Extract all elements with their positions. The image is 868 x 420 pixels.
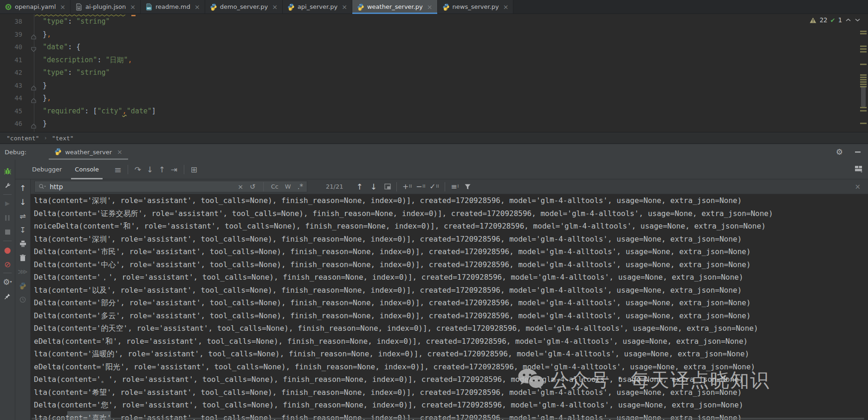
- search-history-icon[interactable]: ↺: [250, 183, 256, 191]
- chevron-down-icon[interactable]: [855, 18, 861, 22]
- warning-stripe-mark: [860, 107, 867, 108]
- restore-layout-icon[interactable]: [855, 165, 862, 174]
- console-line: Delta(content='多云', role='assistant', to…: [34, 309, 868, 322]
- filter-lines-icon[interactable]: ≡I: [451, 182, 459, 191]
- code-line: 45"required": ["city","date"]: [0, 105, 859, 118]
- horizontal-scrollbar[interactable]: [32, 418, 864, 420]
- debug-label: Debug:: [5, 149, 26, 156]
- console-line: Delta(content='。', role='assistant', too…: [34, 373, 868, 386]
- stop-icon[interactable]: [0, 225, 15, 239]
- code-line: 43}: [0, 79, 859, 92]
- console-commands-icon[interactable]: ⋙: [15, 265, 30, 279]
- close-search-icon[interactable]: ×: [855, 183, 861, 191]
- inspections-widget[interactable]: 22 ✔ 1: [810, 16, 861, 24]
- search-icon: [39, 184, 46, 190]
- editor-scrollbar-thumb[interactable]: [861, 86, 866, 107]
- warning-stripe-mark: [860, 123, 867, 124]
- python-file-icon: [357, 3, 364, 11]
- breadcrumb-item[interactable]: "text": [52, 135, 74, 142]
- warning-stripe-mark: [860, 84, 867, 85]
- code-text: }: [43, 79, 47, 92]
- debug-session-tab[interactable]: weather_server ×: [49, 144, 128, 160]
- pin-icon[interactable]: [0, 289, 15, 303]
- editor-tab[interactable]: ai-plugin.json×: [71, 0, 141, 13]
- warning-stripe-mark: [860, 77, 867, 78]
- warnings-count: 22: [820, 16, 828, 24]
- history-clock-icon[interactable]: [15, 293, 30, 307]
- close-icon[interactable]: ×: [117, 148, 123, 156]
- clear-console-icon[interactable]: [15, 251, 30, 265]
- json-file-icon: [75, 3, 83, 11]
- scroll-up-icon[interactable]: ↑: [15, 181, 30, 195]
- console-output[interactable]: lta(content='深圳', role='assistant', tool…: [31, 194, 868, 420]
- evaluate-expression-icon[interactable]: ⊞: [188, 165, 200, 174]
- warning-stripe-mark: [860, 110, 867, 112]
- next-match-icon[interactable]: ↓: [370, 182, 377, 191]
- code-line: 40"date": {: [0, 41, 859, 54]
- editor-tab[interactable]: openapi.yaml×: [0, 0, 71, 13]
- gear-icon[interactable]: ⚙: [836, 147, 843, 157]
- search-input[interactable]: http × ↺ Cc W .*: [34, 181, 307, 192]
- debug-left-toolbar: ▶ ● ⊘ ⚙▾: [0, 160, 15, 420]
- menu-icon[interactable]: ≡: [112, 164, 124, 175]
- line-number: 44: [0, 92, 22, 105]
- run-to-cursor-icon[interactable]: ⇥: [168, 165, 180, 174]
- mute-breakpoints-icon[interactable]: ⊘: [0, 257, 15, 271]
- session-title: weather_server: [65, 149, 112, 156]
- python-console-icon[interactable]: [15, 279, 30, 293]
- code-line: 46}: [0, 118, 859, 131]
- code-line: 42"type": "string": [0, 66, 859, 79]
- close-icon[interactable]: ×: [503, 4, 509, 10]
- tab-console[interactable]: Console: [68, 160, 105, 179]
- step-into-icon[interactable]: ↓: [144, 165, 156, 174]
- pause-icon[interactable]: [0, 210, 15, 225]
- tab-label: readme.md: [155, 3, 190, 10]
- close-icon[interactable]: ×: [194, 4, 200, 10]
- python-icon: [54, 148, 62, 157]
- tab-label: api_server.py: [298, 3, 337, 10]
- code-editor[interactable]: 38"type": "string"39},40"date": {41"desc…: [0, 14, 868, 132]
- debug-bug-icon[interactable]: [0, 164, 15, 178]
- console-line: Delta(content='部分', role='assistant', to…: [34, 296, 868, 309]
- code-text: },: [43, 92, 51, 105]
- words-toggle[interactable]: W: [285, 183, 291, 190]
- close-icon[interactable]: ×: [342, 4, 347, 10]
- console-line: Delta(content='市民', role='assistant', to…: [34, 245, 868, 258]
- soft-wrap-icon[interactable]: ⇌: [15, 209, 30, 223]
- select-all-occurrences-icon[interactable]: ✓II: [429, 182, 439, 191]
- step-out-icon[interactable]: ↑: [156, 165, 168, 174]
- close-icon[interactable]: ×: [60, 4, 65, 10]
- step-over-icon[interactable]: ↷: [132, 165, 144, 174]
- filter-icon[interactable]: [465, 184, 471, 190]
- prev-match-icon[interactable]: ↑: [356, 182, 363, 191]
- breadcrumb-item[interactable]: "content": [6, 135, 39, 142]
- chevron-up-icon[interactable]: [845, 18, 851, 22]
- code-text: "date": {: [43, 41, 80, 54]
- remove-occurrence-icon[interactable]: −II: [416, 182, 426, 191]
- find-in-selection-icon[interactable]: [384, 184, 391, 190]
- regex-toggle[interactable]: .*: [298, 183, 303, 191]
- add-occurrence-icon[interactable]: +II: [402, 182, 412, 191]
- hide-panel-icon[interactable]: [855, 151, 861, 153]
- wrench-icon[interactable]: [0, 178, 15, 193]
- clear-search-icon[interactable]: ×: [238, 183, 243, 190]
- editor-tab[interactable]: demo_server.py×: [205, 0, 283, 13]
- line-number: 46: [0, 118, 22, 131]
- print-icon[interactable]: [15, 237, 30, 251]
- close-icon[interactable]: ×: [272, 4, 278, 10]
- resume-icon[interactable]: ▶: [0, 196, 15, 210]
- console-line: lta(content='深圳', role='assistant', tool…: [34, 233, 868, 246]
- scroll-to-end-icon[interactable]: ↧: [15, 223, 30, 237]
- tab-debugger[interactable]: Debugger: [26, 160, 68, 179]
- settings-gear-icon[interactable]: ⚙▾: [0, 275, 15, 289]
- editor-tab[interactable]: weather_server.py×: [352, 0, 438, 13]
- close-icon[interactable]: ×: [427, 4, 433, 10]
- console-line: lta(content='以及', role='assistant', tool…: [34, 284, 868, 297]
- match-case-toggle[interactable]: Cc: [271, 183, 279, 190]
- scroll-down-icon[interactable]: ↓: [15, 195, 30, 209]
- close-icon[interactable]: ×: [130, 4, 136, 10]
- editor-tab[interactable]: api_server.py×: [283, 0, 352, 13]
- editor-tab[interactable]: MDreadme.md×: [141, 0, 205, 13]
- editor-tab[interactable]: news_server.py×: [438, 0, 514, 13]
- view-breakpoints-icon[interactable]: ●: [0, 243, 15, 257]
